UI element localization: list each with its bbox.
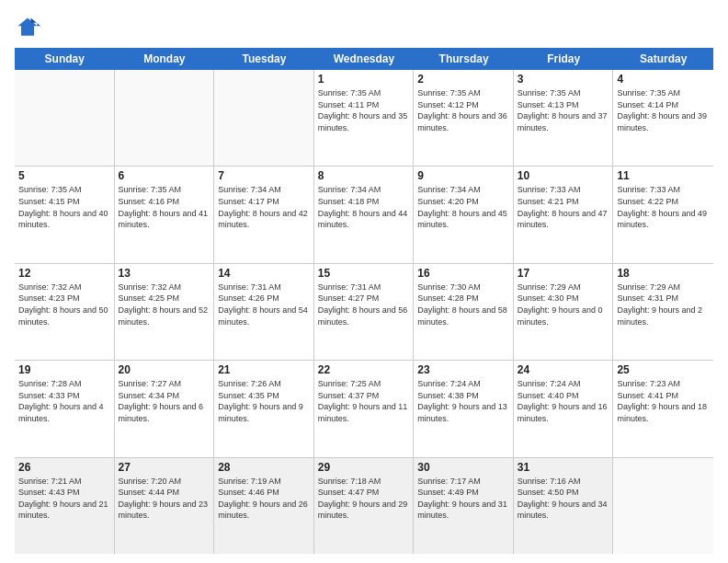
calendar: SundayMondayTuesdayWednesdayThursdayFrid… bbox=[15, 48, 713, 554]
cell-info: Sunrise: 7:26 AM Sunset: 4:35 PM Dayligh… bbox=[218, 378, 310, 424]
cell-info: Sunrise: 7:28 AM Sunset: 4:33 PM Dayligh… bbox=[18, 378, 110, 424]
calendar-row-0: 1Sunrise: 7:35 AM Sunset: 4:11 PM Daylig… bbox=[15, 70, 713, 167]
calendar-row-2: 12Sunrise: 7:32 AM Sunset: 4:23 PM Dayli… bbox=[15, 264, 713, 361]
cell-info: Sunrise: 7:29 AM Sunset: 4:31 PM Dayligh… bbox=[617, 282, 710, 327]
day-number: 15 bbox=[318, 267, 410, 280]
calendar-cell: 10Sunrise: 7:33 AM Sunset: 4:21 PM Dayli… bbox=[514, 167, 614, 262]
calendar-cell: 29Sunrise: 7:18 AM Sunset: 4:47 PM Dayli… bbox=[314, 458, 415, 554]
cell-info: Sunrise: 7:32 AM Sunset: 4:25 PM Dayligh… bbox=[119, 282, 210, 327]
calendar-cell: 31Sunrise: 7:16 AM Sunset: 4:50 PM Dayli… bbox=[514, 458, 614, 554]
calendar-cell: 16Sunrise: 7:30 AM Sunset: 4:28 PM Dayli… bbox=[414, 264, 514, 360]
calendar-cell bbox=[115, 70, 215, 166]
day-number: 29 bbox=[318, 461, 410, 474]
cell-info: Sunrise: 7:35 AM Sunset: 4:13 PM Dayligh… bbox=[518, 87, 609, 133]
day-number: 24 bbox=[518, 363, 609, 376]
header-day-sunday: Sunday bbox=[15, 48, 115, 70]
cell-info: Sunrise: 7:17 AM Sunset: 4:49 PM Dayligh… bbox=[417, 476, 509, 522]
calendar-cell: 8Sunrise: 7:34 AM Sunset: 4:18 PM Daylig… bbox=[314, 167, 415, 262]
cell-info: Sunrise: 7:18 AM Sunset: 4:47 PM Dayligh… bbox=[318, 476, 410, 522]
calendar-cell bbox=[613, 458, 713, 554]
cell-info: Sunrise: 7:29 AM Sunset: 4:30 PM Dayligh… bbox=[518, 282, 609, 327]
day-number: 28 bbox=[218, 461, 310, 474]
header-day-friday: Friday bbox=[514, 48, 614, 70]
day-number: 26 bbox=[18, 461, 110, 474]
calendar-cell: 25Sunrise: 7:23 AM Sunset: 4:41 PM Dayli… bbox=[613, 361, 713, 456]
cell-info: Sunrise: 7:24 AM Sunset: 4:38 PM Dayligh… bbox=[417, 378, 509, 424]
calendar-cell: 12Sunrise: 7:32 AM Sunset: 4:23 PM Dayli… bbox=[15, 264, 115, 360]
svg-marker-0 bbox=[18, 18, 38, 36]
day-number: 7 bbox=[218, 169, 310, 182]
cell-info: Sunrise: 7:19 AM Sunset: 4:46 PM Dayligh… bbox=[218, 476, 310, 522]
calendar-cell: 11Sunrise: 7:33 AM Sunset: 4:22 PM Dayli… bbox=[613, 167, 713, 262]
day-number: 23 bbox=[417, 363, 509, 376]
cell-info: Sunrise: 7:23 AM Sunset: 4:41 PM Dayligh… bbox=[617, 378, 710, 424]
cell-info: Sunrise: 7:27 AM Sunset: 4:34 PM Dayligh… bbox=[119, 378, 210, 424]
cell-info: Sunrise: 7:35 AM Sunset: 4:14 PM Dayligh… bbox=[617, 87, 710, 133]
calendar-cell: 19Sunrise: 7:28 AM Sunset: 4:33 PM Dayli… bbox=[15, 361, 115, 456]
calendar-cell: 26Sunrise: 7:21 AM Sunset: 4:43 PM Dayli… bbox=[15, 458, 115, 554]
calendar-cell: 18Sunrise: 7:29 AM Sunset: 4:31 PM Dayli… bbox=[613, 264, 713, 360]
calendar-cell bbox=[15, 70, 115, 166]
day-number: 17 bbox=[518, 267, 609, 280]
calendar-cell: 22Sunrise: 7:25 AM Sunset: 4:37 PM Dayli… bbox=[314, 361, 415, 456]
calendar-cell: 3Sunrise: 7:35 AM Sunset: 4:13 PM Daylig… bbox=[514, 70, 614, 166]
day-number: 13 bbox=[119, 267, 210, 280]
logo bbox=[15, 15, 44, 40]
day-number: 2 bbox=[417, 73, 509, 86]
cell-info: Sunrise: 7:31 AM Sunset: 4:26 PM Dayligh… bbox=[218, 282, 310, 327]
day-number: 1 bbox=[318, 73, 410, 86]
day-number: 10 bbox=[518, 169, 609, 182]
calendar-cell bbox=[214, 70, 314, 166]
calendar-cell: 30Sunrise: 7:17 AM Sunset: 4:49 PM Dayli… bbox=[414, 458, 514, 554]
calendar-cell: 2Sunrise: 7:35 AM Sunset: 4:12 PM Daylig… bbox=[414, 70, 514, 166]
day-number: 22 bbox=[318, 363, 410, 376]
day-number: 27 bbox=[119, 461, 210, 474]
cell-info: Sunrise: 7:33 AM Sunset: 4:21 PM Dayligh… bbox=[518, 184, 609, 230]
day-number: 18 bbox=[617, 267, 710, 280]
cell-info: Sunrise: 7:34 AM Sunset: 4:17 PM Dayligh… bbox=[218, 184, 310, 230]
header-day-monday: Monday bbox=[115, 48, 215, 70]
day-number: 25 bbox=[617, 363, 710, 376]
day-number: 30 bbox=[417, 461, 509, 474]
calendar-cell: 13Sunrise: 7:32 AM Sunset: 4:25 PM Dayli… bbox=[115, 264, 215, 360]
calendar-cell: 9Sunrise: 7:34 AM Sunset: 4:20 PM Daylig… bbox=[414, 167, 514, 262]
day-number: 19 bbox=[18, 363, 110, 376]
day-number: 9 bbox=[417, 169, 509, 182]
calendar-cell: 4Sunrise: 7:35 AM Sunset: 4:14 PM Daylig… bbox=[613, 70, 713, 166]
calendar-cell: 20Sunrise: 7:27 AM Sunset: 4:34 PM Dayli… bbox=[115, 361, 215, 456]
logo-icon bbox=[15, 15, 40, 40]
day-number: 16 bbox=[417, 267, 509, 280]
cell-info: Sunrise: 7:32 AM Sunset: 4:23 PM Dayligh… bbox=[18, 282, 110, 327]
day-number: 12 bbox=[18, 267, 110, 280]
day-number: 31 bbox=[518, 461, 609, 474]
calendar-row-1: 5Sunrise: 7:35 AM Sunset: 4:15 PM Daylig… bbox=[15, 167, 713, 263]
header-day-tuesday: Tuesday bbox=[214, 48, 314, 70]
cell-info: Sunrise: 7:34 AM Sunset: 4:20 PM Dayligh… bbox=[417, 184, 509, 230]
header-day-saturday: Saturday bbox=[613, 48, 713, 70]
calendar-cell: 5Sunrise: 7:35 AM Sunset: 4:15 PM Daylig… bbox=[15, 167, 115, 262]
cell-info: Sunrise: 7:35 AM Sunset: 4:15 PM Dayligh… bbox=[18, 184, 110, 230]
calendar-cell: 28Sunrise: 7:19 AM Sunset: 4:46 PM Dayli… bbox=[214, 458, 314, 554]
calendar-row-3: 19Sunrise: 7:28 AM Sunset: 4:33 PM Dayli… bbox=[15, 361, 713, 457]
day-number: 11 bbox=[617, 169, 710, 182]
calendar-cell: 7Sunrise: 7:34 AM Sunset: 4:17 PM Daylig… bbox=[214, 167, 314, 262]
calendar-cell: 23Sunrise: 7:24 AM Sunset: 4:38 PM Dayli… bbox=[414, 361, 514, 456]
cell-info: Sunrise: 7:21 AM Sunset: 4:43 PM Dayligh… bbox=[18, 476, 110, 522]
cell-info: Sunrise: 7:35 AM Sunset: 4:11 PM Dayligh… bbox=[318, 87, 410, 133]
cell-info: Sunrise: 7:31 AM Sunset: 4:27 PM Dayligh… bbox=[318, 282, 410, 327]
cell-info: Sunrise: 7:34 AM Sunset: 4:18 PM Dayligh… bbox=[318, 184, 410, 230]
cell-info: Sunrise: 7:24 AM Sunset: 4:40 PM Dayligh… bbox=[518, 378, 609, 424]
cell-info: Sunrise: 7:16 AM Sunset: 4:50 PM Dayligh… bbox=[518, 476, 609, 522]
day-number: 21 bbox=[218, 363, 310, 376]
cell-info: Sunrise: 7:20 AM Sunset: 4:44 PM Dayligh… bbox=[119, 476, 210, 522]
day-number: 14 bbox=[218, 267, 310, 280]
calendar-cell: 1Sunrise: 7:35 AM Sunset: 4:11 PM Daylig… bbox=[314, 70, 415, 166]
day-number: 20 bbox=[119, 363, 210, 376]
calendar-header: SundayMondayTuesdayWednesdayThursdayFrid… bbox=[15, 48, 713, 70]
calendar-cell: 15Sunrise: 7:31 AM Sunset: 4:27 PM Dayli… bbox=[314, 264, 415, 360]
header bbox=[15, 15, 713, 40]
header-day-wednesday: Wednesday bbox=[314, 48, 415, 70]
cell-info: Sunrise: 7:35 AM Sunset: 4:16 PM Dayligh… bbox=[119, 184, 210, 230]
calendar-cell: 6Sunrise: 7:35 AM Sunset: 4:16 PM Daylig… bbox=[115, 167, 215, 262]
header-day-thursday: Thursday bbox=[414, 48, 514, 70]
